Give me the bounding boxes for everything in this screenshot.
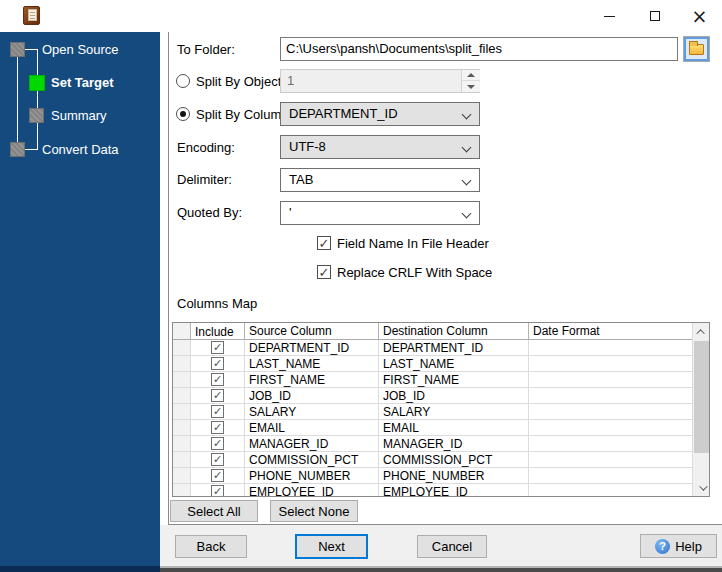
scrollbar-thumb[interactable] — [694, 341, 709, 453]
split-by-column-value-radio[interactable] — [176, 107, 190, 121]
include-checkbox[interactable]: ✓ — [211, 485, 224, 497]
row-selector[interactable] — [173, 404, 191, 420]
source-column-cell[interactable]: EMPLOYEE_ID — [245, 484, 379, 497]
source-column-cell[interactable]: LAST_NAME — [245, 356, 379, 372]
date-format-cell[interactable] — [529, 356, 694, 372]
date-format-header[interactable]: Date Format — [529, 323, 694, 339]
date-format-cell[interactable] — [529, 404, 694, 420]
spinner-down-button[interactable] — [462, 81, 480, 92]
help-button[interactable]: ? Help — [640, 534, 717, 558]
table-row[interactable]: ✓EMAILEMAIL — [173, 420, 709, 436]
row-selector[interactable] — [173, 468, 191, 484]
table-row[interactable]: ✓MANAGER_IDMANAGER_ID — [173, 436, 709, 452]
replace-crlf-with-space-checkbox[interactable]: ✓ — [317, 265, 331, 279]
include-cell[interactable]: ✓ — [191, 436, 245, 452]
destination-column-cell[interactable]: LAST_NAME — [379, 356, 529, 372]
sidebar-item-convert-data[interactable]: Convert Data — [42, 142, 119, 158]
maximize-button[interactable] — [632, 0, 677, 32]
step-square-summary[interactable] — [29, 108, 44, 123]
table-row[interactable]: ✓FIRST_NAMEFIRST_NAME — [173, 372, 709, 388]
date-format-cell[interactable] — [529, 452, 694, 468]
date-format-cell[interactable] — [529, 484, 694, 497]
row-selector[interactable] — [173, 340, 191, 356]
encoding-select[interactable]: UTF-8 — [280, 135, 480, 159]
split-column-select[interactable]: DEPARTMENT_ID — [280, 102, 480, 126]
source-column-cell[interactable]: COMMISSION_PCT — [245, 452, 379, 468]
date-format-cell[interactable] — [529, 436, 694, 452]
destination-column-cell[interactable]: EMAIL — [379, 420, 529, 436]
split-by-object-count-radio[interactable] — [176, 74, 190, 88]
sidebar-item-open-source[interactable]: Open Source — [42, 42, 119, 58]
include-checkbox[interactable]: ✓ — [211, 357, 224, 370]
destination-column-cell[interactable]: SALARY — [379, 404, 529, 420]
include-checkbox[interactable]: ✓ — [211, 453, 224, 466]
include-cell[interactable]: ✓ — [191, 372, 245, 388]
table-row[interactable]: ✓PHONE_NUMBERPHONE_NUMBER — [173, 468, 709, 484]
date-format-cell[interactable] — [529, 340, 694, 356]
include-checkbox[interactable]: ✓ — [211, 469, 224, 482]
source-column-cell[interactable]: SALARY — [245, 404, 379, 420]
date-format-cell[interactable] — [529, 372, 694, 388]
select-all-button[interactable]: Select All — [170, 500, 258, 522]
include-checkbox[interactable]: ✓ — [211, 373, 224, 386]
row-selector[interactable] — [173, 372, 191, 388]
source-column-header[interactable]: Source Column — [245, 323, 379, 339]
destination-column-header[interactable]: Destination Column — [379, 323, 529, 339]
source-column-cell[interactable]: EMAIL — [245, 420, 379, 436]
source-column-cell[interactable]: JOB_ID — [245, 388, 379, 404]
row-selector[interactable] — [173, 388, 191, 404]
scroll-down-button[interactable] — [693, 479, 710, 496]
next-button[interactable]: Next — [295, 534, 368, 559]
source-column-cell[interactable]: FIRST_NAME — [245, 372, 379, 388]
include-cell[interactable]: ✓ — [191, 404, 245, 420]
browse-folder-button[interactable] — [683, 36, 710, 62]
destination-column-cell[interactable]: EMPLOYEE_ID — [379, 484, 529, 497]
table-row[interactable]: ✓EMPLOYEE_IDEMPLOYEE_ID — [173, 484, 709, 497]
table-row[interactable]: ✓JOB_IDJOB_ID — [173, 388, 709, 404]
include-cell[interactable]: ✓ — [191, 484, 245, 497]
date-format-cell[interactable] — [529, 388, 694, 404]
include-checkbox[interactable]: ✓ — [211, 421, 224, 434]
row-selector[interactable] — [173, 420, 191, 436]
include-cell[interactable]: ✓ — [191, 468, 245, 484]
step-square-set-target[interactable] — [29, 75, 45, 91]
include-cell[interactable]: ✓ — [191, 388, 245, 404]
to-folder-input[interactable]: C:\Users\pansh\Documents\split_files — [280, 37, 678, 61]
scroll-up-button[interactable] — [693, 323, 710, 340]
row-selector[interactable] — [173, 436, 191, 452]
source-column-cell[interactable]: PHONE_NUMBER — [245, 468, 379, 484]
minimize-button[interactable] — [587, 0, 632, 32]
spinner-up-button[interactable] — [462, 70, 480, 81]
date-format-cell[interactable] — [529, 420, 694, 436]
destination-column-cell[interactable]: DEPARTMENT_ID — [379, 340, 529, 356]
sidebar-item-set-target[interactable]: Set Target — [51, 75, 114, 91]
destination-column-cell[interactable]: COMMISSION_PCT — [379, 452, 529, 468]
back-button[interactable]: Back — [175, 535, 247, 558]
table-row[interactable]: ✓LAST_NAMELAST_NAME — [173, 356, 709, 372]
include-cell[interactable]: ✓ — [191, 340, 245, 356]
cancel-button[interactable]: Cancel — [417, 535, 487, 558]
include-checkbox[interactable]: ✓ — [211, 405, 224, 418]
select-none-button[interactable]: Select None — [270, 500, 358, 522]
close-button[interactable]: × — [677, 0, 722, 32]
quoted-by-select[interactable]: ' — [280, 201, 480, 225]
title-bar[interactable]: × — [0, 0, 722, 32]
sidebar-item-summary[interactable]: Summary — [51, 108, 107, 124]
step-square-open-source[interactable] — [10, 42, 25, 57]
object-count-spinner[interactable]: 1 — [280, 69, 480, 93]
include-checkbox[interactable]: ✓ — [211, 389, 224, 402]
include-cell[interactable]: ✓ — [191, 420, 245, 436]
table-row[interactable]: ✓DEPARTMENT_IDDEPARTMENT_ID — [173, 340, 709, 356]
step-square-convert-data[interactable] — [10, 142, 25, 157]
destination-column-cell[interactable]: FIRST_NAME — [379, 372, 529, 388]
delimiter-select[interactable]: TAB — [280, 168, 480, 192]
row-selector[interactable] — [173, 356, 191, 372]
destination-column-cell[interactable]: MANAGER_ID — [379, 436, 529, 452]
destination-column-cell[interactable]: PHONE_NUMBER — [379, 468, 529, 484]
source-column-cell[interactable]: DEPARTMENT_ID — [245, 340, 379, 356]
table-row[interactable]: ✓COMMISSION_PCTCOMMISSION_PCT — [173, 452, 709, 468]
row-selector[interactable] — [173, 484, 191, 497]
include-cell[interactable]: ✓ — [191, 356, 245, 372]
destination-column-cell[interactable]: JOB_ID — [379, 388, 529, 404]
source-column-cell[interactable]: MANAGER_ID — [245, 436, 379, 452]
